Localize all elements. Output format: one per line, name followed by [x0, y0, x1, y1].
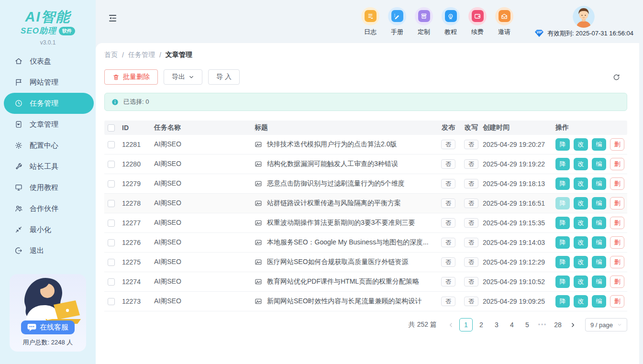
next-page-icon[interactable]: [566, 322, 579, 328]
action-rewrite-button[interactable]: 改: [574, 177, 588, 190]
row-checkbox[interactable]: [108, 141, 115, 148]
table-row[interactable]: 12274AI阁SEO教育网站优化PDF课件与HTML页面的权重分配策略否否20…: [104, 272, 627, 292]
action-delete-button[interactable]: 删: [610, 256, 624, 268]
page-size-select[interactable]: 9 / page: [585, 318, 627, 331]
action-edit-button[interactable]: 编: [592, 158, 606, 170]
refresh-icon[interactable]: [612, 73, 621, 81]
export-button[interactable]: 导出: [164, 69, 202, 85]
import-button[interactable]: 导 入: [208, 69, 240, 85]
action-rewrite-button[interactable]: 改: [574, 276, 588, 288]
quicklink-renew[interactable]: 续费: [464, 7, 491, 36]
action-delete-button[interactable]: 删: [610, 217, 624, 229]
table-row[interactable]: 12275AI阁SEO医疗网站SEO如何合规获取高质量医疗外链资源否否2025-…: [104, 253, 627, 272]
table-row[interactable]: 12280AI阁SEO结构化数据漏洞可能触发人工审查的3种错误否否2025-04…: [104, 154, 627, 174]
action-delete-button[interactable]: 删: [610, 276, 624, 288]
action-edit-button[interactable]: 编: [592, 197, 606, 210]
table-row[interactable]: 12281AI阁SEO快排技术迭代模拟用户行为的点击算法2.0版否否2025-0…: [104, 135, 627, 154]
action-rewrite-button[interactable]: 改: [574, 295, 588, 308]
action-edit-button[interactable]: 编: [592, 295, 606, 308]
table-row[interactable]: 12277AI阁SEO权重波动期操作算法更新期间的3要3不要准则三要否否2025…: [104, 213, 627, 233]
batch-delete-button[interactable]: 批量删除: [104, 69, 158, 85]
sidebar-item-doc[interactable]: 文章管理: [0, 114, 96, 135]
action-demote-button[interactable]: 降: [555, 177, 570, 190]
page-1[interactable]: 1: [459, 318, 473, 331]
quicklink-custom[interactable]: 定制: [410, 7, 437, 36]
clock-icon: [14, 99, 23, 108]
action-delete-button[interactable]: 删: [610, 295, 624, 308]
table-row[interactable]: 12279AI阁SEO恶意点击防御识别与过滤刷流量行为的5个维度否否2025-0…: [104, 174, 627, 194]
row-checkbox[interactable]: [108, 259, 115, 266]
action-delete-button[interactable]: 删: [610, 138, 624, 151]
row-checkbox[interactable]: [108, 200, 115, 207]
action-edit-button[interactable]: 编: [592, 256, 606, 268]
invite-icon: [495, 7, 513, 25]
action-edit-button[interactable]: 编: [592, 217, 606, 229]
prev-page-icon[interactable]: [444, 322, 457, 328]
row-checkbox[interactable]: [108, 239, 115, 246]
col-actions: 操作: [555, 123, 627, 132]
sidebar-item-logout[interactable]: 退出: [0, 240, 96, 261]
page-4[interactable]: 4: [505, 318, 519, 331]
quicklink-tutorial[interactable]: 教程: [437, 7, 464, 36]
row-checkbox[interactable]: [108, 278, 115, 286]
sidebar-item-minimize[interactable]: 最小化: [0, 219, 96, 240]
action-demote-button[interactable]: 降: [555, 236, 570, 249]
page-3[interactable]: 3: [490, 318, 503, 331]
action-delete-button[interactable]: 删: [610, 177, 624, 190]
breadcrumb-home[interactable]: 首页: [104, 51, 118, 59]
row-checkbox[interactable]: [108, 298, 115, 305]
table-row[interactable]: 12273AI阁SEO新闻网站SEO时效性内容与长尾流量兼顾的架构设计否否202…: [104, 292, 627, 311]
breadcrumb-task[interactable]: 任务管理: [128, 51, 155, 59]
sidebar-item-clock[interactable]: 任务管理: [4, 93, 94, 114]
sidebar-item-flag[interactable]: 网站管理: [0, 72, 96, 93]
gear-icon: [14, 141, 23, 150]
row-checkbox[interactable]: [108, 161, 115, 168]
row-checkbox[interactable]: [108, 220, 115, 227]
sidebar-item-partners[interactable]: 合作伙伴: [0, 198, 96, 219]
image-icon: [255, 278, 262, 286]
action-rewrite-button[interactable]: 改: [574, 217, 588, 229]
action-demote-button[interactable]: 降: [555, 158, 570, 170]
table-row[interactable]: 12278AI阁SEO站群链路设计权重传递与风险隔离的平衡方案否否2025-04…: [104, 194, 627, 213]
page-2[interactable]: 2: [475, 318, 488, 331]
select-all-checkbox[interactable]: [108, 124, 115, 132]
action-edit-button[interactable]: 编: [592, 177, 606, 190]
action-rewrite-button[interactable]: 改: [574, 197, 588, 210]
action-delete-button[interactable]: 删: [610, 197, 624, 210]
online-service-button[interactable]: 在线客服: [21, 320, 75, 334]
selection-alert: 已选择: 0: [104, 93, 627, 111]
action-demote-button[interactable]: 降: [555, 217, 570, 229]
action-demote-button[interactable]: 降: [555, 138, 570, 151]
action-edit-button[interactable]: 编: [592, 276, 606, 288]
collapse-sidebar-icon[interactable]: [108, 13, 118, 23]
action-demote-button[interactable]: 降: [555, 295, 570, 308]
action-rewrite-button[interactable]: 改: [574, 236, 588, 249]
avatar[interactable]: [573, 6, 595, 28]
action-demote-button[interactable]: 降: [555, 197, 570, 210]
sidebar-item-wrench[interactable]: 站长工具: [0, 156, 96, 177]
sidebar-item-monitor[interactable]: 使用教程: [0, 177, 96, 198]
row-id: 12279: [122, 180, 154, 188]
page-5[interactable]: 5: [521, 318, 534, 331]
action-rewrite-button[interactable]: 改: [574, 158, 588, 170]
table-row[interactable]: 12276AI阁SEO本地服务SEO：Google My Business与地图…: [104, 233, 627, 253]
sidebar-item-gear[interactable]: 配置中心: [0, 135, 96, 156]
action-edit-button[interactable]: 编: [592, 138, 606, 151]
action-edit-button[interactable]: 编: [592, 236, 606, 249]
row-checkbox[interactable]: [108, 180, 115, 188]
action-rewrite-button[interactable]: 改: [574, 256, 588, 268]
quicklink-invite[interactable]: 邀请: [491, 7, 518, 36]
row-actions: 降改编删: [555, 158, 627, 170]
page-28[interactable]: 28: [551, 318, 565, 331]
action-delete-button[interactable]: 删: [610, 158, 624, 170]
sidebar-item-home[interactable]: 仪表盘: [0, 51, 96, 72]
quicklink-log[interactable]: 日志: [357, 7, 384, 36]
pagination-ellipsis[interactable]: •••: [536, 321, 549, 328]
quicklink-manual[interactable]: 手册: [384, 7, 410, 36]
action-demote-button[interactable]: 降: [555, 256, 570, 268]
action-rewrite-button[interactable]: 改: [574, 138, 588, 151]
action-delete-button[interactable]: 删: [610, 236, 624, 249]
sidebar-item-label: 最小化: [30, 225, 51, 234]
action-demote-button[interactable]: 降: [555, 276, 570, 288]
rewrite-tag: 否: [464, 140, 478, 149]
